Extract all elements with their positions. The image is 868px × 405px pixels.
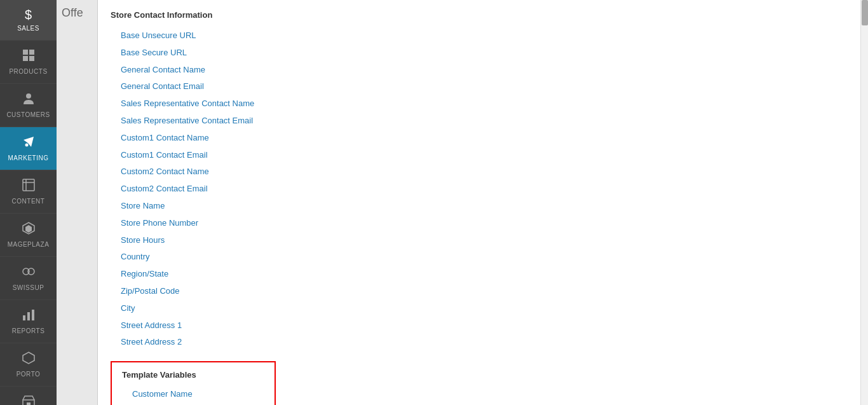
svg-rect-12 xyxy=(27,312,30,320)
sidebar-item-reports[interactable]: REPORTS xyxy=(0,300,57,343)
sidebar-item-label-marketing: MARKETING xyxy=(8,154,49,162)
sidebar-item-customers[interactable]: CUSTOMERS xyxy=(0,84,57,127)
sidebar-item-label-customers: CUSTOMERS xyxy=(6,111,50,119)
swissup-icon xyxy=(21,264,36,282)
link-custom1-contact-name[interactable]: Custom1 Contact Name xyxy=(111,130,848,147)
sidebar: $ SALES PRODUCTS CUSTOMERS xyxy=(0,0,57,405)
svg-rect-11 xyxy=(23,315,25,320)
link-city[interactable]: City xyxy=(111,300,848,317)
link-general-contact-email[interactable]: General Contact Email xyxy=(111,78,848,95)
store-contact-title: Store Contact Information xyxy=(111,10,848,22)
svg-rect-16 xyxy=(27,402,31,405)
svg-rect-6 xyxy=(23,179,34,191)
link-custom2-contact-name[interactable]: Custom2 Contact Name xyxy=(111,163,848,181)
stores-icon xyxy=(22,394,36,405)
svg-marker-14 xyxy=(23,352,34,364)
svg-rect-13 xyxy=(32,310,34,320)
link-street-address-1[interactable]: Street Address 1 xyxy=(111,317,848,334)
sidebar-item-swissup[interactable]: SWISSUP xyxy=(0,257,57,300)
sidebar-item-products[interactable]: PRODUCTS xyxy=(0,41,57,84)
link-general-contact-name[interactable]: General Contact Name xyxy=(111,62,848,79)
scrollbar[interactable] xyxy=(860,0,868,405)
link-sales-rep-contact-name[interactable]: Sales Representative Contact Name xyxy=(111,95,848,113)
porto-icon xyxy=(22,351,36,368)
sidebar-item-label-swissup: SWISSUP xyxy=(13,284,44,292)
link-region-state[interactable]: Region/State xyxy=(111,266,848,283)
link-street-address-2[interactable]: Street Address 2 xyxy=(111,334,848,351)
link-store-name[interactable]: Store Name xyxy=(111,198,848,215)
products-icon xyxy=(22,48,36,65)
link-store-hours[interactable]: Store Hours xyxy=(111,232,848,249)
link-sales-rep-contact-email[interactable]: Sales Representative Contact Email xyxy=(111,113,848,130)
store-contact-links: Base Unsecure URL Base Secure URL Genera… xyxy=(111,27,848,351)
sidebar-item-label-content: CONTENT xyxy=(12,198,45,205)
sidebar-item-mageplaza[interactable]: MAGEPLAZA xyxy=(0,214,57,257)
link-custom2-contact-email[interactable]: Custom2 Contact Email xyxy=(111,181,848,198)
svg-rect-1 xyxy=(29,50,34,55)
reports-icon xyxy=(22,308,36,325)
sidebar-item-label-mageplaza: MAGEPLAZA xyxy=(8,241,50,249)
main-area: Offe Store Contact Information Base Unse… xyxy=(57,0,868,405)
content-panel: Store Contact Information Base Unsecure … xyxy=(98,0,860,405)
sidebar-item-sales[interactable]: $ SALES xyxy=(0,0,57,41)
svg-rect-3 xyxy=(29,56,34,61)
customers-icon xyxy=(22,92,36,109)
sales-icon: $ xyxy=(25,8,32,22)
partial-panel: Offe xyxy=(57,0,98,405)
sidebar-item-label-porto: PORTO xyxy=(17,371,41,378)
sidebar-item-marketing[interactable]: MARKETING xyxy=(0,127,57,170)
link-country[interactable]: Country xyxy=(111,249,848,266)
link-zip-postal-code[interactable]: Zip/Postal Code xyxy=(111,283,848,300)
scrollbar-thumb[interactable] xyxy=(862,0,868,25)
svg-rect-2 xyxy=(23,56,28,61)
sidebar-item-label-products: PRODUCTS xyxy=(9,68,47,76)
marketing-icon xyxy=(22,135,36,152)
template-variables-title: Template Variables xyxy=(122,370,264,382)
sidebar-item-content[interactable]: CONTENT xyxy=(0,170,57,214)
link-store-phone-number[interactable]: Store Phone Number xyxy=(111,215,848,232)
link-base-secure-url[interactable]: Base Secure URL xyxy=(111,45,848,62)
mageplaza-icon xyxy=(22,221,36,238)
link-custom1-contact-email[interactable]: Custom1 Contact Email xyxy=(111,147,848,164)
svg-rect-0 xyxy=(23,50,28,55)
link-customer-name[interactable]: Customer Name xyxy=(122,386,264,403)
sidebar-item-label-sales: SALES xyxy=(17,25,39,32)
link-base-unsecure-url[interactable]: Base Unsecure URL xyxy=(111,27,848,45)
content-icon xyxy=(22,178,36,195)
svg-point-4 xyxy=(26,93,31,99)
sidebar-item-stores[interactable]: STORES xyxy=(0,387,57,405)
sidebar-item-porto[interactable]: PORTO xyxy=(0,343,57,387)
template-variables-box: Template Variables Customer Name View Wi… xyxy=(111,361,276,405)
sidebar-item-label-reports: REPORTS xyxy=(12,327,45,335)
svg-point-5 xyxy=(25,144,28,147)
partial-header: Offe xyxy=(57,0,97,26)
